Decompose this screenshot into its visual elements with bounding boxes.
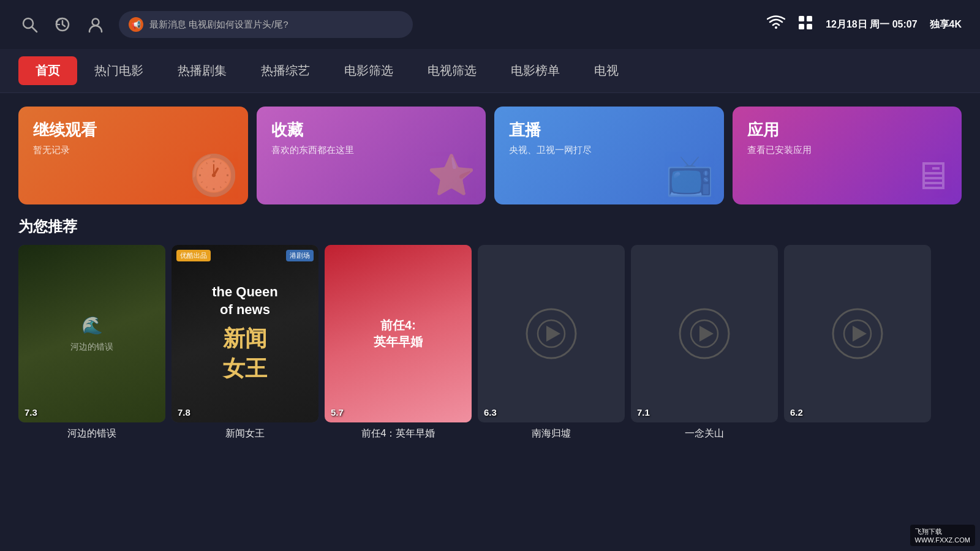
svg-marker-17 xyxy=(853,326,867,342)
tile-live[interactable]: 直播央视、卫视一网打尽📺 xyxy=(494,107,724,204)
tile-title-favorite: 收藏 xyxy=(271,120,472,141)
movies-row: 🌊 河边的错误 7.3河边的错误 the Queenof news 新闻女王 优… xyxy=(0,245,980,440)
nav-item-电视筛选[interactable]: 电视筛选 xyxy=(410,56,494,85)
recommended-title: 为您推荐 xyxy=(0,204,980,245)
movie-card-1[interactable]: the Queenof news 新闻女王 优酷出品港剧场7.8新闻女王 xyxy=(172,245,318,440)
movie-rating-5: 6.2 xyxy=(790,407,803,418)
quality-badge: 独享4K xyxy=(930,18,962,31)
grid-icon xyxy=(797,15,813,34)
tile-bg-icon-favorite: ⭐ xyxy=(427,152,476,198)
movie-title-2: 前任4：英年早婚 xyxy=(325,427,472,440)
nav-item-热门电影[interactable]: 热门电影 xyxy=(77,56,160,85)
tile-apps[interactable]: 应用查看已安装应用🖥 xyxy=(733,107,962,204)
movie-title-3: 南海归墟 xyxy=(478,427,625,440)
nav-item-首页[interactable]: 首页 xyxy=(18,56,77,85)
movie-badge-1: 优酷出品 xyxy=(176,250,211,261)
movie-card-2[interactable]: 前任4:英年早婚 5.7前任4：英年早婚 xyxy=(325,245,472,440)
movie-rating-0: 7.3 xyxy=(24,407,37,418)
svg-point-4 xyxy=(775,26,777,29)
svg-rect-5 xyxy=(799,16,804,21)
svg-marker-14 xyxy=(699,326,714,342)
svg-rect-6 xyxy=(807,16,812,21)
tiles-section: 继续观看暂无记录🕐收藏喜欢的东西都在这里⭐直播央视、卫视一网打尽📺应用查看已安装… xyxy=(0,93,980,204)
tile-title-continue: 继续观看 xyxy=(33,120,233,141)
svg-marker-11 xyxy=(546,326,560,342)
search-text: 最新消息 电视剧如何设置片头/尾? xyxy=(149,19,288,31)
top-right: 12月18日 周一 05:07 独享4K xyxy=(767,15,962,34)
movie-rating-2: 5.7 xyxy=(331,407,344,418)
nav-item-热播综艺[interactable]: 热播综艺 xyxy=(244,56,327,85)
movie-badge-genre-1: 港剧场 xyxy=(286,250,314,261)
nav-item-电视[interactable]: 电视 xyxy=(577,56,636,85)
nav-bar: 首页热门电影热播剧集热播综艺电影筛选电视筛选电影榜单电视 xyxy=(0,49,980,93)
movie-card-0[interactable]: 🌊 河边的错误 7.3河边的错误 xyxy=(18,245,165,440)
announcement-icon: 📢 xyxy=(129,17,143,32)
tile-continue[interactable]: 继续观看暂无记录🕐 xyxy=(18,107,248,204)
nav-item-热播剧集[interactable]: 热播剧集 xyxy=(160,56,244,85)
watermark-line1: 飞翔下载 xyxy=(915,527,970,536)
movie-rating-1: 7.8 xyxy=(178,407,190,418)
movie-rating-3: 6.3 xyxy=(484,407,497,418)
tile-favorite[interactable]: 收藏喜欢的东西都在这里⭐ xyxy=(257,107,486,204)
tile-bg-icon-live: 📺 xyxy=(665,152,714,198)
svg-rect-7 xyxy=(799,24,804,29)
movie-title-0: 河边的错误 xyxy=(18,427,165,440)
user-icon[interactable] xyxy=(85,13,107,36)
svg-line-1 xyxy=(32,27,37,32)
movie-title-4: 一念关山 xyxy=(631,427,778,440)
watermark-line2: WWW.FXXZ.COM xyxy=(915,536,970,544)
svg-point-3 xyxy=(92,19,99,26)
movie-title-1: 新闻女王 xyxy=(172,427,318,440)
svg-rect-8 xyxy=(807,24,812,29)
top-icons xyxy=(18,13,107,36)
watermark: 飞翔下载 WWW.FXXZ.COM xyxy=(910,525,975,546)
tile-title-live: 直播 xyxy=(509,120,709,141)
wifi-icon xyxy=(767,15,785,34)
top-bar: 📢 最新消息 电视剧如何设置片头/尾? 12月18日 周一 05:07 独享4K xyxy=(0,0,980,49)
search-icon[interactable] xyxy=(18,13,40,36)
movie-card-5[interactable]: 6.2 xyxy=(784,245,931,440)
datetime: 12月18日 周一 05:07 xyxy=(826,18,917,31)
tile-title-apps: 应用 xyxy=(747,120,948,141)
movie-rating-4: 7.1 xyxy=(637,407,650,418)
tile-bg-icon-continue: 🕐 xyxy=(189,152,238,198)
history-icon[interactable] xyxy=(51,13,74,36)
nav-item-电影榜单[interactable]: 电影榜单 xyxy=(494,56,577,85)
search-bar[interactable]: 📢 最新消息 电视剧如何设置片头/尾? xyxy=(119,11,413,38)
movie-card-4[interactable]: 7.1一念关山 xyxy=(631,245,778,440)
nav-item-电影筛选[interactable]: 电影筛选 xyxy=(327,56,410,85)
movie-card-3[interactable]: 6.3南海归墟 xyxy=(478,245,625,440)
tile-bg-icon-apps: 🖥 xyxy=(913,153,952,198)
